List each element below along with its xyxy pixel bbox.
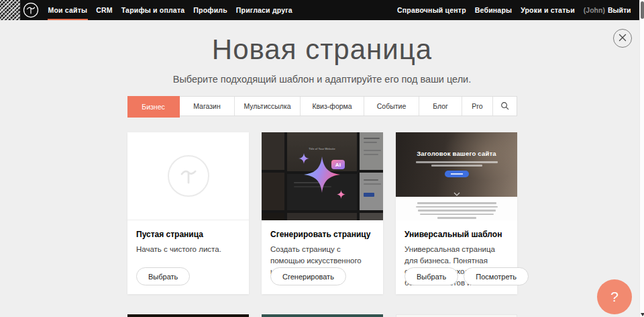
tilda-watermark-icon <box>168 155 209 197</box>
card-description: Начать с чистого листа. <box>136 244 240 255</box>
small-sparkle-icon <box>337 190 345 199</box>
nav-item-help-center[interactable]: Справочный центр <box>392 0 470 20</box>
tab-pro[interactable]: Pro <box>462 97 493 116</box>
tab-multilink[interactable]: Мультиссылка <box>235 97 301 116</box>
template-card-partial[interactable] <box>262 314 383 317</box>
card-title: Пустая страница <box>136 230 240 239</box>
page-subtitle: Выберите подходящий шаблон и адаптируйте… <box>0 74 644 85</box>
card-actions: Выбрать Посмотреть <box>405 267 529 285</box>
nav-item-profile[interactable]: Профиль <box>189 0 232 20</box>
vertical-scrollbar[interactable] <box>639 0 644 317</box>
card-title: Универсальный шаблон <box>405 230 508 239</box>
scrollbar-thumb[interactable] <box>641 1 644 19</box>
help-button[interactable]: ? <box>597 279 632 314</box>
template-card-ai-generate[interactable]: Title of Your Website <box>262 132 383 294</box>
nav-item-crm[interactable]: CRM <box>92 0 117 20</box>
template-text-section <box>396 197 517 220</box>
nav-item-my-sites[interactable]: Мои сайты <box>44 0 92 20</box>
logout-link[interactable]: Выйти <box>608 6 631 14</box>
main-menu: Мои сайты CRM Тарифы и оплата Профиль Пр… <box>44 0 297 20</box>
ai-badge: AI <box>331 160 345 169</box>
search-templates-button[interactable] <box>493 97 517 116</box>
template-card-universal[interactable]: Заголовок вашего сайта Универсальный шаб… <box>396 132 517 294</box>
user-name: (John) <box>584 6 605 14</box>
user-session: (John) Выйти <box>579 6 635 14</box>
preview-universal-button[interactable]: Посмотреть <box>464 267 529 285</box>
page-title: Новая страница <box>0 34 644 66</box>
ai-generate-preview: Title of Your Website <box>262 132 383 220</box>
close-icon <box>619 32 627 44</box>
tab-quiz-form[interactable]: Квиз-форма <box>301 97 364 116</box>
tab-business[interactable]: Бизнес <box>127 96 180 118</box>
template-hero-title: Заголовок вашего сайта <box>396 150 517 157</box>
nav-item-invite-friend[interactable]: Пригласи друга <box>231 0 297 20</box>
template-hero-image: Заголовок вашего сайта <box>396 132 517 197</box>
nav-item-tariffs[interactable]: Тарифы и оплата <box>117 0 189 20</box>
close-modal-button[interactable] <box>613 29 632 48</box>
corner-pattern-decoration <box>0 0 20 20</box>
card-actions: Выбрать <box>136 267 190 285</box>
universal-template-preview: Заголовок вашего сайта <box>396 132 517 220</box>
scrollbar-down-arrow-icon[interactable] <box>641 313 644 316</box>
template-cta-button <box>445 171 469 177</box>
text-line-placeholder <box>431 165 482 167</box>
question-mark-icon: ? <box>610 289 619 305</box>
choose-blank-button[interactable]: Выбрать <box>136 267 190 285</box>
generate-page-button[interactable]: Сгенерировать <box>270 267 346 285</box>
blank-page-preview <box>127 132 249 220</box>
tab-event[interactable]: Событие <box>364 97 419 116</box>
top-navbar: Мои сайты CRM Тарифы и оплата Профиль Пр… <box>0 0 639 20</box>
template-card-partial[interactable] <box>396 314 517 317</box>
choose-universal-button[interactable]: Выбрать <box>405 267 458 285</box>
tab-blog[interactable]: Блог <box>419 97 462 116</box>
nav-item-lessons[interactable]: Уроки и статьи <box>517 0 580 20</box>
search-icon <box>500 101 509 111</box>
template-category-tabs: Бизнес Магазин Мультиссылка Квиз-форма С… <box>127 96 517 116</box>
template-card-partial[interactable] <box>127 314 249 317</box>
tilda-logo-icon[interactable] <box>23 2 39 18</box>
nav-item-webinars[interactable]: Вебинары <box>470 0 516 20</box>
tab-shop[interactable]: Магазин <box>180 97 235 116</box>
template-card-blank-page[interactable]: Пустая страница Начать с чистого листа. … <box>127 132 249 294</box>
card-title: Сгенерировать страницу <box>270 230 374 239</box>
text-line-placeholder <box>416 161 498 163</box>
card-actions: Сгенерировать <box>270 267 346 285</box>
secondary-menu: Справочный центр Вебинары Уроки и статьи… <box>392 0 635 20</box>
small-sparkle-icon <box>299 153 309 164</box>
